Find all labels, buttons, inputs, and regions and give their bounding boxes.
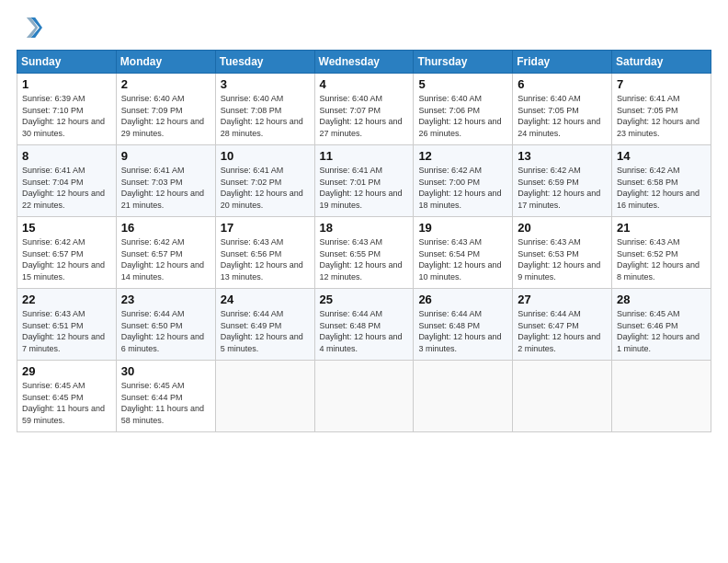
cell-info: Sunrise: 6:45 AMSunset: 6:45 PMDaylight:… bbox=[22, 380, 111, 426]
day-number: 12 bbox=[418, 149, 507, 163]
cell-info: Sunrise: 6:42 AMSunset: 6:57 PMDaylight:… bbox=[121, 236, 210, 282]
day-number: 30 bbox=[121, 364, 210, 378]
cell-info: Sunrise: 6:43 AMSunset: 6:52 PMDaylight:… bbox=[617, 236, 706, 282]
day-number: 18 bbox=[320, 221, 409, 235]
calendar-cell: 22Sunrise: 6:43 AMSunset: 6:51 PMDayligh… bbox=[17, 289, 117, 361]
calendar-cell: 12Sunrise: 6:42 AMSunset: 7:00 PMDayligh… bbox=[414, 145, 513, 217]
calendar-cell: 19Sunrise: 6:43 AMSunset: 6:54 PMDayligh… bbox=[414, 217, 513, 289]
calendar-week-row: 8Sunrise: 6:41 AMSunset: 7:04 PMDaylight… bbox=[17, 145, 711, 217]
calendar-cell: 3Sunrise: 6:40 AMSunset: 7:08 PMDaylight… bbox=[215, 74, 314, 145]
day-number: 16 bbox=[121, 221, 210, 235]
col-tuesday: Tuesday bbox=[215, 51, 314, 74]
day-number: 7 bbox=[617, 77, 706, 91]
calendar-cell: 28Sunrise: 6:45 AMSunset: 6:46 PMDayligh… bbox=[612, 289, 711, 361]
cell-info: Sunrise: 6:44 AMSunset: 6:47 PMDaylight:… bbox=[518, 308, 607, 354]
calendar-cell: 1Sunrise: 6:39 AMSunset: 7:10 PMDaylight… bbox=[17, 74, 117, 145]
calendar-week-row: 29Sunrise: 6:45 AMSunset: 6:45 PMDayligh… bbox=[17, 361, 711, 432]
cell-info: Sunrise: 6:40 AMSunset: 7:08 PMDaylight:… bbox=[221, 93, 310, 139]
cell-info: Sunrise: 6:45 AMSunset: 6:46 PMDaylight:… bbox=[617, 308, 706, 354]
day-number: 2 bbox=[121, 77, 210, 91]
logo bbox=[17, 15, 46, 40]
calendar-cell bbox=[314, 361, 414, 432]
cell-info: Sunrise: 6:41 AMSunset: 7:05 PMDaylight:… bbox=[617, 93, 706, 139]
day-number: 9 bbox=[121, 149, 210, 163]
calendar-week-row: 15Sunrise: 6:42 AMSunset: 6:57 PMDayligh… bbox=[17, 217, 711, 289]
cell-info: Sunrise: 6:45 AMSunset: 6:44 PMDaylight:… bbox=[121, 380, 210, 426]
calendar-cell: 30Sunrise: 6:45 AMSunset: 6:44 PMDayligh… bbox=[116, 361, 215, 432]
calendar-cell: 25Sunrise: 6:44 AMSunset: 6:48 PMDayligh… bbox=[314, 289, 414, 361]
day-number: 25 bbox=[320, 293, 409, 306]
cell-info: Sunrise: 6:43 AMSunset: 6:54 PMDaylight:… bbox=[418, 236, 507, 282]
calendar-page: Sunday Monday Tuesday Wednesday Thursday… bbox=[0, 0, 728, 563]
day-number: 17 bbox=[221, 221, 310, 235]
cell-info: Sunrise: 6:42 AMSunset: 6:59 PMDaylight:… bbox=[518, 165, 607, 211]
calendar-week-row: 1Sunrise: 6:39 AMSunset: 7:10 PMDaylight… bbox=[17, 74, 711, 145]
calendar-cell: 23Sunrise: 6:44 AMSunset: 6:50 PMDayligh… bbox=[116, 289, 215, 361]
day-number: 6 bbox=[518, 77, 607, 91]
calendar-cell bbox=[513, 361, 612, 432]
calendar-cell: 7Sunrise: 6:41 AMSunset: 7:05 PMDaylight… bbox=[612, 74, 711, 145]
calendar-cell: 20Sunrise: 6:43 AMSunset: 6:53 PMDayligh… bbox=[513, 217, 612, 289]
day-number: 21 bbox=[617, 221, 706, 235]
day-number: 24 bbox=[221, 293, 310, 306]
cell-info: Sunrise: 6:40 AMSunset: 7:09 PMDaylight:… bbox=[121, 93, 210, 139]
calendar-cell bbox=[612, 361, 711, 432]
calendar-cell: 5Sunrise: 6:40 AMSunset: 7:06 PMDaylight… bbox=[414, 74, 513, 145]
calendar-cell bbox=[215, 361, 314, 432]
day-number: 3 bbox=[221, 77, 310, 91]
calendar-cell: 26Sunrise: 6:44 AMSunset: 6:48 PMDayligh… bbox=[414, 289, 513, 361]
calendar-cell: 18Sunrise: 6:43 AMSunset: 6:55 PMDayligh… bbox=[314, 217, 414, 289]
cell-info: Sunrise: 6:40 AMSunset: 7:05 PMDaylight:… bbox=[518, 93, 607, 139]
cell-info: Sunrise: 6:43 AMSunset: 6:56 PMDaylight:… bbox=[221, 236, 310, 282]
day-number: 14 bbox=[617, 149, 706, 163]
logo-icon bbox=[17, 15, 42, 40]
calendar-table: Sunday Monday Tuesday Wednesday Thursday… bbox=[17, 50, 711, 432]
calendar-cell: 13Sunrise: 6:42 AMSunset: 6:59 PMDayligh… bbox=[513, 145, 612, 217]
calendar-cell: 14Sunrise: 6:42 AMSunset: 6:58 PMDayligh… bbox=[612, 145, 711, 217]
calendar-cell: 17Sunrise: 6:43 AMSunset: 6:56 PMDayligh… bbox=[215, 217, 314, 289]
col-thursday: Thursday bbox=[414, 51, 513, 74]
calendar-cell: 6Sunrise: 6:40 AMSunset: 7:05 PMDaylight… bbox=[513, 74, 612, 145]
header-row: Sunday Monday Tuesday Wednesday Thursday… bbox=[17, 51, 711, 74]
calendar-cell: 9Sunrise: 6:41 AMSunset: 7:03 PMDaylight… bbox=[116, 145, 215, 217]
day-number: 13 bbox=[518, 149, 607, 163]
calendar-cell: 2Sunrise: 6:40 AMSunset: 7:09 PMDaylight… bbox=[116, 74, 215, 145]
col-monday: Monday bbox=[116, 51, 215, 74]
day-number: 4 bbox=[320, 77, 409, 91]
page-header bbox=[17, 15, 711, 40]
day-number: 22 bbox=[22, 293, 111, 306]
cell-info: Sunrise: 6:44 AMSunset: 6:48 PMDaylight:… bbox=[320, 308, 409, 354]
cell-info: Sunrise: 6:40 AMSunset: 7:06 PMDaylight:… bbox=[418, 93, 507, 139]
day-number: 26 bbox=[418, 293, 507, 306]
cell-info: Sunrise: 6:41 AMSunset: 7:04 PMDaylight:… bbox=[22, 165, 111, 211]
day-number: 1 bbox=[22, 77, 111, 91]
calendar-cell: 8Sunrise: 6:41 AMSunset: 7:04 PMDaylight… bbox=[17, 145, 117, 217]
calendar-cell: 16Sunrise: 6:42 AMSunset: 6:57 PMDayligh… bbox=[116, 217, 215, 289]
cell-info: Sunrise: 6:42 AMSunset: 6:57 PMDaylight:… bbox=[22, 236, 111, 282]
day-number: 10 bbox=[221, 149, 310, 163]
calendar-cell: 21Sunrise: 6:43 AMSunset: 6:52 PMDayligh… bbox=[612, 217, 711, 289]
day-number: 5 bbox=[418, 77, 507, 91]
cell-info: Sunrise: 6:44 AMSunset: 6:50 PMDaylight:… bbox=[121, 308, 210, 354]
col-saturday: Saturday bbox=[612, 51, 711, 74]
cell-info: Sunrise: 6:42 AMSunset: 7:00 PMDaylight:… bbox=[418, 165, 507, 211]
day-number: 27 bbox=[518, 293, 607, 306]
calendar-cell: 29Sunrise: 6:45 AMSunset: 6:45 PMDayligh… bbox=[17, 361, 117, 432]
cell-info: Sunrise: 6:44 AMSunset: 6:48 PMDaylight:… bbox=[418, 308, 507, 354]
cell-info: Sunrise: 6:40 AMSunset: 7:07 PMDaylight:… bbox=[320, 93, 409, 139]
col-wednesday: Wednesday bbox=[314, 51, 414, 74]
cell-info: Sunrise: 6:39 AMSunset: 7:10 PMDaylight:… bbox=[22, 93, 111, 139]
day-number: 15 bbox=[22, 221, 111, 235]
calendar-cell: 10Sunrise: 6:41 AMSunset: 7:02 PMDayligh… bbox=[215, 145, 314, 217]
day-number: 23 bbox=[121, 293, 210, 306]
day-number: 8 bbox=[22, 149, 111, 163]
calendar-cell: 11Sunrise: 6:41 AMSunset: 7:01 PMDayligh… bbox=[314, 145, 414, 217]
cell-info: Sunrise: 6:41 AMSunset: 7:01 PMDaylight:… bbox=[320, 165, 409, 211]
calendar-cell: 27Sunrise: 6:44 AMSunset: 6:47 PMDayligh… bbox=[513, 289, 612, 361]
calendar-cell: 24Sunrise: 6:44 AMSunset: 6:49 PMDayligh… bbox=[215, 289, 314, 361]
cell-info: Sunrise: 6:42 AMSunset: 6:58 PMDaylight:… bbox=[617, 165, 706, 211]
calendar-cell: 4Sunrise: 6:40 AMSunset: 7:07 PMDaylight… bbox=[314, 74, 414, 145]
cell-info: Sunrise: 6:44 AMSunset: 6:49 PMDaylight:… bbox=[221, 308, 310, 354]
day-number: 19 bbox=[418, 221, 507, 235]
day-number: 20 bbox=[518, 221, 607, 235]
